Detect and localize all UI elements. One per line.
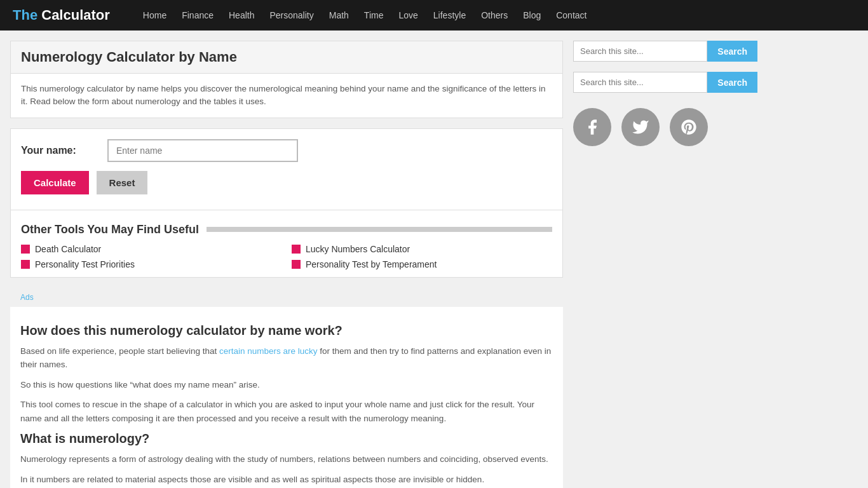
form-section: Your name: Calculate Reset xyxy=(11,129,562,205)
main-content: Numerology Calculator by Name This numer… xyxy=(10,41,563,488)
search-input-2[interactable] xyxy=(573,72,707,93)
article-p3: This tool comes to rescue in the shape o… xyxy=(20,398,553,425)
tool-icon-priorities xyxy=(21,260,30,269)
tool-death-calculator[interactable]: Death Calculator xyxy=(21,244,281,254)
tool-link-priorities[interactable]: Personality Test Priorities xyxy=(35,259,135,269)
tool-link-death[interactable]: Death Calculator xyxy=(35,244,101,254)
search-row-1: Search xyxy=(573,41,757,62)
card-description: This numerology calculator by name helps… xyxy=(11,74,562,118)
nav-personality[interactable]: Personality xyxy=(262,0,321,30)
tool-link-lucky[interactable]: Lucky Numbers Calculator xyxy=(306,244,410,254)
card-description-text: This numerology calculator by name helps… xyxy=(21,83,552,109)
article-lucky-link[interactable]: certain numbers are lucky xyxy=(219,346,318,356)
social-icons xyxy=(573,103,757,151)
facebook-svg xyxy=(583,118,601,136)
pinterest-svg xyxy=(680,118,698,136)
tools-grid: Death Calculator Lucky Numbers Calculato… xyxy=(21,244,552,269)
name-input[interactable] xyxy=(107,139,298,162)
main-navigation: Home Finance Health Personality Math Tim… xyxy=(135,0,595,30)
form-buttons: Calculate Reset xyxy=(21,171,552,194)
nav-contact[interactable]: Contact xyxy=(548,0,594,30)
site-title-the: The xyxy=(13,7,37,23)
article-p4: Numerology represents a form of astrolog… xyxy=(20,452,553,466)
other-tools-section: Other Tools You May Find Useful Death Ca… xyxy=(11,215,562,277)
site-title-calculator: Calculator xyxy=(37,7,110,23)
page-title: Numerology Calculator by Name xyxy=(21,49,552,65)
tool-personality-temperament[interactable]: Personality Test by Temperament xyxy=(292,259,552,269)
tool-personality-priorities[interactable]: Personality Test Priorities xyxy=(21,259,281,269)
calculator-card: Numerology Calculator by Name This numer… xyxy=(10,41,563,118)
article-section: How does this numerology calculator by n… xyxy=(10,307,563,489)
divider xyxy=(11,210,562,210)
ads-label: Ads xyxy=(10,288,563,307)
article-p1: Based on life experience, people start b… xyxy=(20,344,553,372)
search-widget-1: Search xyxy=(573,41,757,62)
tool-link-temperament[interactable]: Personality Test by Temperament xyxy=(306,259,437,269)
calculate-button[interactable]: Calculate xyxy=(21,171,89,194)
article-p2: So this is how questions like “what does… xyxy=(20,378,553,392)
sidebar: Search Search xyxy=(573,41,757,488)
nav-blog[interactable]: Blog xyxy=(515,0,548,30)
nav-time[interactable]: Time xyxy=(356,0,391,30)
nav-others[interactable]: Others xyxy=(473,0,515,30)
tool-icon-lucky xyxy=(292,245,301,254)
card-header: Numerology Calculator by Name xyxy=(11,41,562,74)
article-p5: In it numbers are related to material as… xyxy=(20,473,553,487)
twitter-icon[interactable] xyxy=(621,108,660,146)
nav-home[interactable]: Home xyxy=(135,0,174,30)
twitter-svg xyxy=(632,118,649,136)
name-form-row: Your name: xyxy=(21,139,552,162)
pinterest-icon[interactable] xyxy=(670,108,708,146)
nav-lifestyle[interactable]: Lifestyle xyxy=(426,0,473,30)
tool-icon-temperament xyxy=(292,260,301,269)
search-button-2[interactable]: Search xyxy=(707,72,757,93)
nav-love[interactable]: Love xyxy=(391,0,425,30)
content-wrapper: Numerology Calculator by Name This numer… xyxy=(0,30,868,488)
calculator-form-card: Your name: Calculate Reset Other Tools Y… xyxy=(10,128,563,278)
facebook-icon[interactable] xyxy=(573,108,611,146)
tool-icon-death xyxy=(21,245,30,254)
tool-lucky-numbers[interactable]: Lucky Numbers Calculator xyxy=(292,244,552,254)
name-label: Your name: xyxy=(21,145,97,156)
site-header: The Calculator Home Finance Health Perso… xyxy=(0,0,868,30)
search-input-1[interactable] xyxy=(573,41,707,62)
search-button-1[interactable]: Search xyxy=(707,41,757,62)
article-p1-text: Based on life experience, people start b… xyxy=(20,346,219,356)
other-tools-heading: Other Tools You May Find Useful xyxy=(21,223,199,236)
other-tools-header: Other Tools You May Find Useful xyxy=(21,223,552,236)
site-logo[interactable]: The Calculator xyxy=(13,7,110,24)
other-tools-line xyxy=(207,227,552,232)
nav-finance[interactable]: Finance xyxy=(174,0,221,30)
reset-button[interactable]: Reset xyxy=(97,171,148,194)
nav-health[interactable]: Health xyxy=(221,0,262,30)
nav-math[interactable]: Math xyxy=(322,0,356,30)
search-row-2: Search xyxy=(573,72,757,93)
search-widget-2: Search xyxy=(573,72,757,93)
article-h2-1: How does this numerology calculator by n… xyxy=(20,323,553,338)
article-h2-2: What is numerology? xyxy=(20,431,553,446)
